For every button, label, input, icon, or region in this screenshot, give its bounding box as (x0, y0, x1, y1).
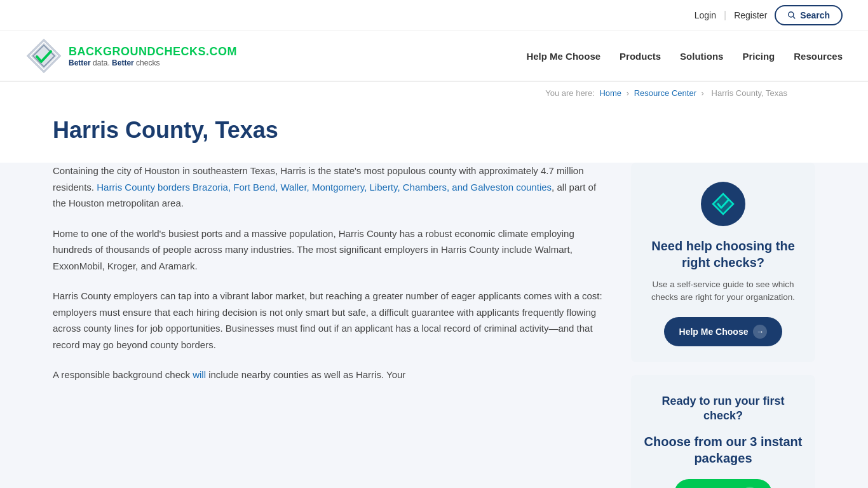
logo[interactable]: BACKGROUNDCHECKS.COM Better data. Better… (25, 37, 237, 74)
main-nav: Help Me Choose Products Solutions Pricin… (526, 51, 843, 62)
login-link[interactable]: Login (695, 10, 716, 20)
left-content: Containing the city of Houston in southe… (53, 163, 606, 488)
register-link[interactable]: Register (734, 10, 767, 20)
svg-marker-6 (713, 194, 733, 214)
nav-solutions[interactable]: Solutions (680, 51, 723, 62)
search-button[interactable]: Search (775, 5, 843, 25)
breadcrumb-resource-center[interactable]: Resource Center (634, 88, 696, 98)
logo-text: BACKGROUNDCHECKS.COM Better data. Better… (69, 45, 237, 67)
brand-name: BACKGROUNDCHECKS.COM (69, 45, 237, 58)
help-card-title: Need help choosing the right checks? (644, 238, 803, 271)
breadcrumb-prefix: You are here: (545, 88, 595, 98)
breadcrumb-sep2: › (702, 88, 707, 98)
brand-part1: BACKGROUND (69, 45, 156, 58)
separator: | (724, 10, 726, 21)
page-title: Harris County, Texas (53, 117, 815, 144)
breadcrumb: You are here: Home › Resource Center › H… (53, 82, 815, 104)
logo-icon (25, 37, 62, 74)
main-header: BACKGROUNDCHECKS.COM Better data. Better… (0, 31, 868, 82)
paragraph-4: A responsible background check will incl… (53, 367, 606, 383)
paragraph-3: Harris County employers can tap into a v… (53, 288, 606, 353)
pricing-card-title: Ready to run your first check? (644, 394, 803, 424)
tagline-better2: Better (112, 58, 134, 67)
nav-pricing[interactable]: Pricing (742, 51, 775, 62)
brand-part2: CHECKS.COM (156, 45, 237, 58)
svg-marker-3 (31, 43, 57, 69)
breadcrumb-sep1: › (627, 88, 632, 98)
see-pricing-button[interactable]: See Pricing → (674, 479, 772, 488)
tagline-checks: checks (136, 58, 159, 67)
paragraph-1: Containing the city of Houston in southe… (53, 163, 606, 212)
search-button-label: Search (800, 10, 830, 20)
tagline: Better data. Better checks (69, 58, 237, 67)
pricing-choose-text: Choose from our 3 instant packages (644, 433, 803, 466)
nav-help-me-choose[interactable]: Help Me Choose (526, 51, 600, 62)
paragraph-2: Home to one of the world's busiest ports… (53, 226, 606, 274)
diamond-check-icon (711, 192, 735, 216)
right-sidebar: Need help choosing the right checks? Use… (631, 163, 815, 488)
page-title-section: Harris County, Texas (53, 104, 815, 150)
breadcrumb-current: Harris County, Texas (712, 88, 787, 98)
help-card: Need help choosing the right checks? Use… (631, 163, 815, 362)
search-icon (787, 11, 796, 20)
help-card-description: Use a self-service guide to see which ch… (644, 278, 803, 304)
top-bar: Login | Register Search (0, 0, 868, 31)
tagline-data: data. (93, 58, 110, 67)
breadcrumb-home[interactable]: Home (599, 88, 621, 98)
help-me-choose-button[interactable]: Help Me Choose → (664, 317, 783, 346)
pricing-card: Ready to run your first check? Choose fr… (631, 375, 815, 489)
nav-resources[interactable]: Resources (794, 51, 843, 62)
help-card-icon (701, 182, 745, 226)
svg-point-0 (789, 12, 794, 17)
main-layout: Containing the city of Houston in southe… (53, 163, 815, 488)
will-link[interactable]: will (193, 369, 206, 380)
svg-line-1 (793, 17, 795, 18)
arrow-icon: → (753, 325, 767, 339)
help-me-choose-label: Help Me Choose (679, 327, 749, 337)
tagline-better1: Better (69, 58, 91, 67)
nav-products[interactable]: Products (620, 51, 661, 62)
